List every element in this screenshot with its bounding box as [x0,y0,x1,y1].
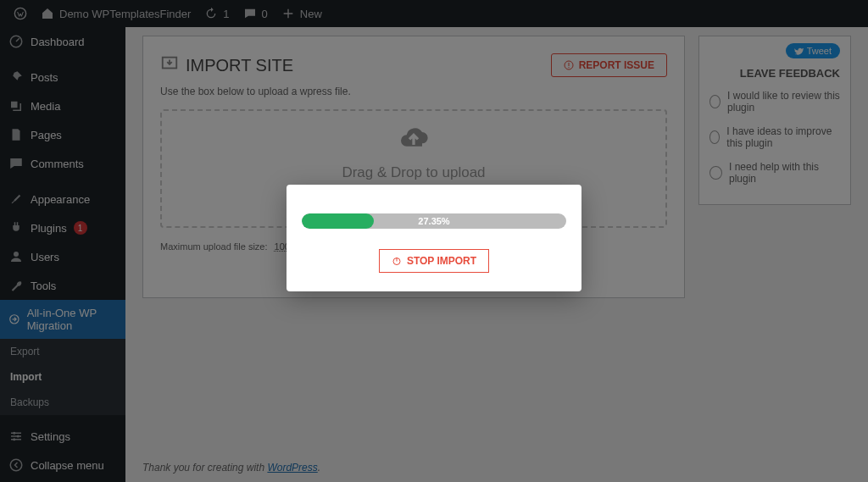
progress-bar-track: 27.35% [302,213,566,229]
stop-import-button[interactable]: STOP IMPORT [379,249,489,273]
progress-percent: 27.35% [302,216,566,226]
import-progress-modal: 27.35% STOP IMPORT [287,185,581,291]
stop-label: STOP IMPORT [407,255,476,267]
power-icon [392,256,402,266]
